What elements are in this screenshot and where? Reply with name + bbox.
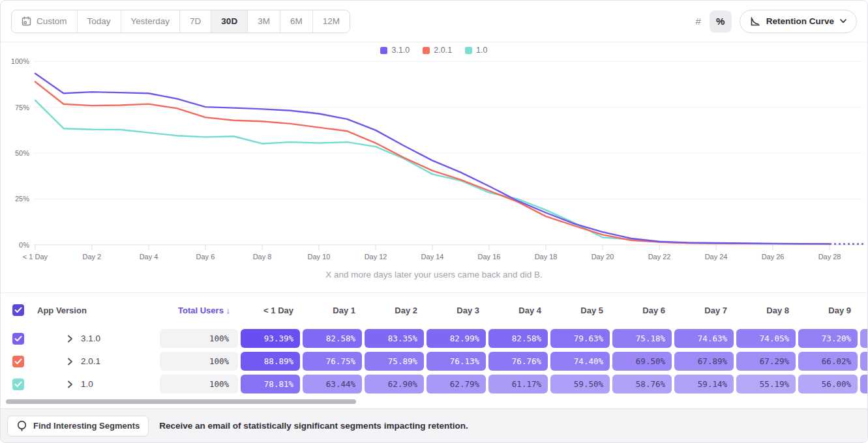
retention-value-cell[interactable]: 63.44% (303, 375, 362, 393)
day-column-header[interactable]: Day 2 (363, 306, 425, 315)
svg-text:Day 28: Day 28 (818, 253, 841, 261)
chevron-right-icon[interactable] (67, 358, 73, 365)
retention-value-cell[interactable]: 58.76% (612, 375, 672, 393)
date-range-6m[interactable]: 6M (280, 10, 312, 33)
retention-value-cell[interactable]: 78.81% (241, 375, 300, 393)
total-users-header[interactable]: Total Users ↓ (158, 306, 239, 315)
retention-value-cell[interactable]: 76.76% (488, 352, 548, 371)
retention-value-cell[interactable]: 74.40% (550, 352, 610, 371)
select-all-wrap (1, 304, 37, 316)
table-body: 3.1.0 100% 93.39%82.58%83.35%82.99%82.58… (1, 327, 867, 395)
value-mode-toggle: # % (687, 10, 732, 33)
row-checkbox[interactable] (12, 379, 24, 390)
day-column-header[interactable]: Day 7 (673, 306, 735, 315)
retention-value-cell[interactable]: 59.14% (674, 375, 734, 393)
retention-value-cell[interactable]: 82.58% (488, 329, 548, 348)
date-range-30d[interactable]: 30D (211, 10, 247, 33)
retention-value-cell[interactable]: 76.13% (427, 352, 486, 371)
retention-value-cell[interactable]: 79.63% (550, 329, 610, 348)
svg-text:Day 22: Day 22 (648, 253, 671, 261)
svg-text:0%: 0% (19, 241, 29, 249)
percent-mode-button[interactable]: % (710, 10, 732, 33)
date-range-custom[interactable]: Custom (12, 10, 77, 33)
day-column-header[interactable]: Day 8 (735, 306, 797, 315)
day-column-header[interactable]: Day 9 (797, 306, 859, 315)
retention-value-cell[interactable]: 74.05% (736, 329, 796, 348)
svg-text:Day 26: Day 26 (762, 253, 785, 261)
table-header-row: App Version Total Users ↓ < 1 DayDay 1Da… (1, 297, 867, 323)
app-version-label: 1.0 (81, 379, 93, 389)
table-row: 2.0.1 100% 88.89%76.75%75.89%76.13%76.76… (1, 350, 867, 373)
retention-value-cell[interactable]: 76.75% (303, 352, 362, 371)
retention-value-cell[interactable]: 75.89% (365, 352, 424, 371)
svg-text:Day 4: Day 4 (140, 253, 158, 261)
date-range-3m[interactable]: 3M (247, 10, 280, 33)
svg-text:25%: 25% (15, 195, 29, 203)
view-selector-label: Retention Curve (766, 16, 834, 26)
day-column-header[interactable]: Day 4 (487, 306, 549, 315)
day-column-header[interactable]: Day 3 (425, 306, 487, 315)
cutoff-cell (860, 375, 868, 393)
total-users-cell[interactable]: 100% (160, 329, 238, 348)
day-column-header[interactable]: Day 6 (611, 306, 673, 315)
scrollbar-thumb[interactable] (6, 399, 356, 404)
retention-value-cell[interactable]: 83.35% (365, 329, 424, 348)
row-checkbox[interactable] (12, 356, 24, 367)
retention-value-cell[interactable]: 74.63% (674, 329, 734, 348)
day-column-header[interactable]: Day 5 (549, 306, 611, 315)
sort-desc-icon: ↓ (226, 306, 231, 315)
svg-text:Day 10: Day 10 (308, 253, 331, 261)
retention-value-cell[interactable]: 88.89% (241, 352, 300, 371)
retention-value-cell[interactable]: 67.89% (674, 352, 734, 371)
row-checkbox[interactable] (12, 333, 24, 345)
date-range-7d[interactable]: 7D (179, 10, 211, 33)
retention-value-cell[interactable]: 93.39% (241, 329, 300, 348)
view-selector-button[interactable]: Retention Curve (740, 10, 857, 33)
footer-message: Receive an email of statistically signif… (159, 421, 468, 431)
retention-value-cell[interactable]: 62.90% (365, 375, 424, 393)
retention-table: App Version Total Users ↓ < 1 DayDay 1Da… (1, 293, 867, 395)
chevron-down-icon (840, 19, 846, 23)
retention-value-cell[interactable]: 62.79% (427, 375, 486, 393)
retention-value-cell[interactable]: 73.20% (798, 329, 858, 348)
chevron-right-icon[interactable] (67, 335, 73, 343)
svg-text:Day 6: Day 6 (196, 253, 215, 261)
number-mode-button[interactable]: # (687, 10, 710, 33)
footer-bar: Find Interesting Segments Receive an ema… (1, 408, 867, 442)
date-range-yesterday[interactable]: Yesterday (121, 10, 180, 33)
total-users-cell[interactable]: 100% (160, 352, 238, 371)
app-version-header: App Version (37, 306, 158, 315)
horizontal-scrollbar (1, 395, 867, 407)
retention-chart-section: 3.1.02.0.11.0 0%25%50%75%100%< 1 DayDay … (1, 42, 867, 293)
day-column-header[interactable]: < 1 Day (239, 306, 301, 315)
retention-value-cell[interactable]: 69.50% (612, 352, 672, 371)
retention-value-cell[interactable]: 82.58% (303, 329, 362, 348)
total-users-cell[interactable]: 100% (160, 375, 238, 393)
day-column-header[interactable]: Day 1 (301, 306, 363, 315)
retention-value-cell[interactable]: 56.00% (798, 375, 858, 393)
svg-text:Day 14: Day 14 (421, 253, 444, 261)
retention-value-cell[interactable]: 55.19% (736, 375, 796, 393)
toolbar-right: # % Retention Curve (687, 10, 857, 33)
retention-value-cell[interactable]: 75.18% (612, 329, 672, 348)
chevron-right-icon[interactable] (67, 380, 73, 388)
svg-text:75%: 75% (15, 104, 29, 111)
cutoff-cell (860, 352, 868, 371)
svg-text:Day 8: Day 8 (253, 253, 272, 261)
retention-value-cell[interactable]: 66.02% (798, 352, 858, 371)
retention-line-chart[interactable]: 0%25%50%75%100%< 1 DayDay 2Day 4Day 6Day… (1, 42, 867, 293)
calendar-icon (22, 16, 31, 26)
select-all-checkbox[interactable] (12, 304, 24, 316)
find-interesting-segments-button[interactable]: Find Interesting Segments (7, 416, 149, 436)
svg-text:50%: 50% (15, 149, 29, 157)
table-row: 1.0 100% 78.81%63.44%62.90%62.79%61.17%5… (1, 373, 867, 395)
retention-value-cell[interactable]: 67.29% (736, 352, 796, 371)
svg-text:Day 2: Day 2 (83, 253, 102, 261)
svg-text:Day 16: Day 16 (478, 253, 501, 261)
date-range-today[interactable]: Today (77, 10, 121, 33)
date-range-12m[interactable]: 12M (312, 10, 350, 33)
svg-text:Day 18: Day 18 (535, 253, 558, 261)
retention-value-cell[interactable]: 59.50% (550, 375, 610, 393)
retention-value-cell[interactable]: 82.99% (427, 329, 486, 348)
retention-value-cell[interactable]: 61.17% (488, 375, 548, 393)
